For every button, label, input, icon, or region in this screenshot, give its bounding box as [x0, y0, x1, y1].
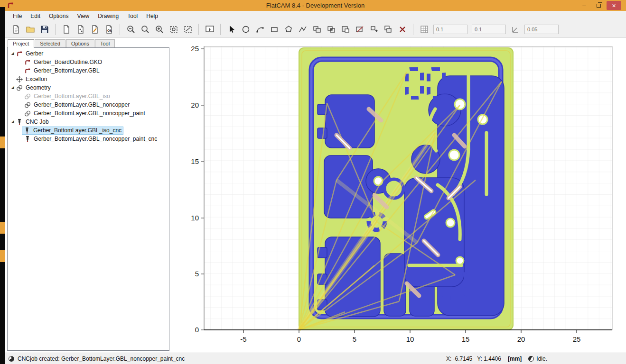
minimize-button[interactable]: – [577, 0, 591, 11]
ok-label: Ok [107, 29, 112, 32]
strip-segment [0, 136, 5, 148]
coord-x: X: -6.7145 [446, 355, 472, 362]
tree-item-label: Gerber_BottomLayer.GBL_iso_cnc [33, 127, 121, 134]
expander-icon[interactable]: ◢ [9, 83, 16, 92]
replot-button[interactable] [203, 23, 216, 36]
tree-item-label: Gerber_BottomLayer.GBL_noncopper_paint_c… [34, 136, 157, 142]
tree-item-gbl-iso-cnc[interactable]: Gerber_BottomLayer.GBL_iso_cnc [8, 126, 169, 135]
coord-y: Y: 1.4406 [477, 355, 501, 362]
subtract-button[interactable] [339, 23, 352, 36]
menu-options[interactable]: Options [45, 12, 73, 20]
clear-plot-button[interactable] [181, 23, 194, 36]
cut-path-button[interactable] [353, 23, 366, 36]
save-project-button[interactable] [38, 23, 51, 36]
tree-item-gbl-noncopper[interactable]: Gerber_BottomLayer.GBL_noncopper [8, 100, 169, 109]
x-tick: 25 [573, 335, 581, 343]
menu-drawing[interactable]: Drawing [93, 12, 123, 20]
maximize-button[interactable] [592, 0, 606, 11]
toolbar-separator [198, 24, 199, 35]
selected-tree-item[interactable]: Gerber_BottomLayer.GBL_iso_cnc [22, 127, 123, 135]
snap-max-input[interactable] [524, 25, 559, 34]
y-tick: 15 [191, 157, 199, 165]
status-message: CNCjob created: Gerber_BottomLayer.GBL_n… [18, 355, 185, 362]
plot-canvas[interactable]: 25 20 15 10 5 0 -5 0 5 10 15 20 25 [169, 38, 626, 353]
select-shape-button[interactable] [225, 23, 238, 36]
expander-icon[interactable]: ◢ [9, 118, 16, 126]
grid-y-input[interactable] [472, 25, 506, 34]
activity-state: Idle. [536, 355, 547, 362]
tree-item-boardoutline[interactable]: Gerber_BoardOutline.GKO [8, 58, 169, 66]
open-project-button[interactable] [24, 23, 37, 36]
menu-help[interactable]: Help [142, 12, 162, 20]
run-script-button[interactable]: Ok [103, 23, 115, 36]
tree-item-label: CNC Job [26, 118, 49, 125]
x-tick: 5 [353, 335, 356, 343]
draw-polygon-button[interactable] [282, 23, 295, 36]
tab-project[interactable]: Project [8, 39, 34, 48]
cnc-icon [24, 136, 31, 143]
zoom-selection-button[interactable] [167, 23, 180, 36]
tree-item-label: Gerber_BottomLayer.GBL_iso [34, 93, 110, 100]
zoom-out-button[interactable] [124, 23, 137, 36]
toolbar-separator [413, 24, 413, 35]
tab-selected[interactable]: Selected [35, 39, 65, 47]
delete-shape-button[interactable] [396, 23, 409, 36]
gerber-icon [24, 59, 31, 66]
close-button[interactable]: × [607, 1, 621, 10]
strip-segment [0, 0, 5, 7]
tree-item-label: Gerber [26, 50, 43, 57]
menu-edit[interactable]: Edit [26, 12, 45, 20]
intersection-button[interactable] [325, 23, 337, 36]
toolbar-separator [55, 24, 56, 35]
x-tick: 15 [462, 335, 470, 343]
new-project-button[interactable] [9, 23, 22, 36]
draw-rectangle-button[interactable] [268, 23, 280, 36]
tab-tool[interactable]: Tool [95, 39, 115, 47]
zoom-fit-button[interactable] [139, 23, 151, 36]
tree-item-cncjob-group[interactable]: ◢ CNC Job [8, 118, 169, 126]
move-objects-button[interactable] [367, 23, 380, 36]
tab-options[interactable]: Options [66, 39, 94, 47]
draw-path-button[interactable] [296, 23, 309, 36]
union-button[interactable] [310, 23, 323, 36]
project-tree[interactable]: ◢ Gerber Gerber_BoardOutline.GKO Gerber_… [7, 47, 169, 351]
open-gcode-button[interactable] [88, 23, 101, 36]
tree-item-bottomlayer[interactable]: Gerber_BottomLayer.GBL [8, 66, 169, 75]
tree-item-gbl-iso[interactable]: Gerber_BottomLayer.GBL_iso [8, 92, 169, 100]
y-tick: 5 [195, 270, 199, 278]
strip-segment [0, 250, 5, 262]
draw-circle-button[interactable] [239, 23, 252, 36]
tree-item-label: Gerber_BoardOutline.GKO [34, 59, 102, 65]
toolbar-separator [220, 24, 221, 35]
menu-view[interactable]: View [73, 12, 93, 20]
zoom-in-button[interactable] [153, 23, 166, 36]
pcb-plot[interactable]: 25 20 15 10 5 0 -5 0 5 10 15 20 25 [169, 38, 626, 353]
copy-objects-button[interactable] [382, 23, 394, 36]
cnc-icon [23, 127, 31, 134]
x-tick: 20 [517, 335, 525, 343]
corner-snap-toggle[interactable] [509, 23, 522, 36]
units-label: [mm] [508, 355, 522, 362]
tree-item-gbl-noncopper-paint-cnc[interactable]: Gerber_BottomLayer.GBL_noncopper_paint_c… [8, 135, 169, 143]
toolbar-separator [120, 24, 120, 35]
open-gerber-button[interactable] [60, 23, 73, 36]
menu-file[interactable]: File [9, 12, 26, 20]
cnc-icon [16, 118, 23, 126]
menu-tool[interactable]: Tool [123, 12, 142, 20]
geometry-icon [16, 84, 23, 91]
tree-item-gbl-noncopper-paint[interactable]: Gerber_BottomLayer.GBL_noncopper_paint [8, 109, 169, 118]
tree-item-excellon-group[interactable]: Excellon [8, 75, 169, 83]
x-axis-labels: -5 0 5 10 15 20 25 [240, 335, 580, 343]
grid-snap-toggle[interactable] [418, 23, 430, 36]
grid-x-input[interactable] [433, 25, 467, 34]
tree-item-label: Gerber_BottomLayer.GBL_noncopper_paint [34, 110, 145, 117]
open-excellon-button[interactable] [74, 23, 87, 36]
draw-arc-button[interactable] [253, 23, 266, 36]
activity-indicator-icon [528, 356, 534, 362]
expander-icon[interactable]: ◢ [9, 49, 16, 58]
tree-item-geometry-group[interactable]: ◢ Geometry [8, 83, 169, 92]
tree-item-gerber-group[interactable]: ◢ Gerber [8, 49, 169, 58]
gerber-icon [16, 50, 23, 57]
titlebar[interactable]: FlatCAM 8.4 - Development Version – × [5, 0, 626, 11]
x-tick: 0 [297, 335, 301, 343]
